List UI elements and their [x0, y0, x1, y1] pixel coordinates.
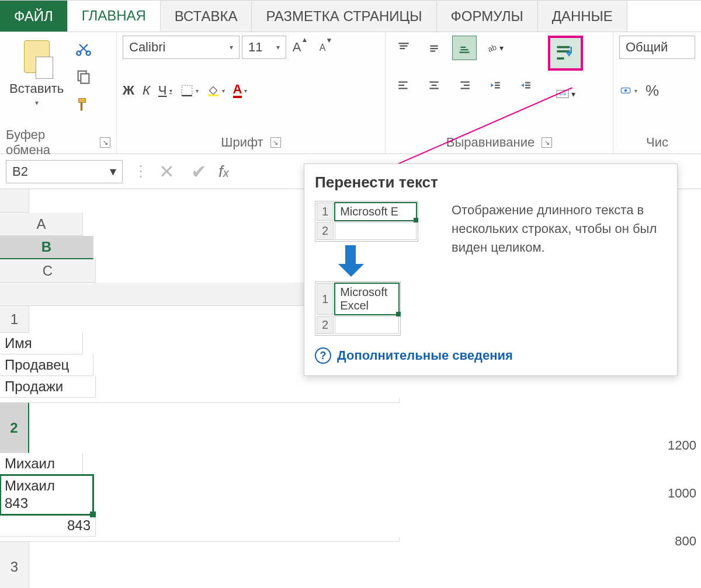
align-right-button[interactable]	[452, 73, 477, 98]
tab-home[interactable]: ГЛАВНАЯ	[68, 1, 161, 32]
borders-icon	[181, 84, 193, 97]
wrap-text-button[interactable]	[548, 36, 583, 71]
font-color-icon: А	[233, 83, 242, 98]
col-header-B[interactable]: B	[0, 236, 93, 259]
chevron-down-icon: ▾	[196, 88, 199, 94]
row-header-3[interactable]: 3	[0, 542, 29, 588]
col-header-C[interactable]: C	[0, 259, 96, 283]
number-format-value: Общий	[626, 40, 668, 55]
bold-button[interactable]: Ж	[123, 79, 134, 102]
copy-icon	[75, 68, 92, 85]
underline-button[interactable]: Ч▾	[158, 79, 172, 102]
cell[interactable]	[0, 398, 400, 403]
cell[interactable]: Продавец	[0, 354, 93, 376]
svg-rect-9	[400, 48, 405, 49]
group-number: Общий ▾ % Чис	[613, 32, 701, 154]
orientation-button[interactable]: ab▾	[483, 36, 507, 60]
align-middle-button[interactable]	[422, 36, 446, 60]
tab-insert[interactable]: ВСТАВКА	[161, 1, 252, 32]
tab-file[interactable]: ФАЙЛ	[0, 1, 68, 32]
name-box-value: B2	[12, 164, 28, 179]
cancel-formula-button[interactable]: ✕	[159, 161, 175, 183]
clipboard-dialog-launcher[interactable]: ↘	[100, 137, 110, 148]
percent-format-button[interactable]: %	[646, 79, 659, 102]
italic-button[interactable]: К	[143, 79, 150, 102]
format-painter-button[interactable]	[73, 94, 94, 115]
svg-rect-28	[495, 87, 500, 88]
tooltip-title: Перенести текст	[315, 173, 667, 192]
svg-rect-20	[429, 81, 438, 82]
copy-button[interactable]	[73, 66, 94, 87]
svg-rect-34	[557, 57, 564, 60]
group-font-label: Шрифт	[221, 135, 263, 150]
align-center-button[interactable]	[422, 73, 446, 98]
svg-rect-18	[398, 85, 404, 86]
tab-data[interactable]: ДАННЫЕ	[538, 1, 627, 32]
tab-page-layout[interactable]: РАЗМЕТКА СТРАНИЦЫ	[252, 1, 436, 32]
font-dialog-launcher[interactable]: ↘	[270, 137, 281, 148]
paste-button-label: Вставить	[9, 81, 64, 96]
svg-rect-27	[495, 85, 500, 86]
borders-button[interactable]: ▾	[181, 79, 199, 102]
col-header-A[interactable]: A	[0, 213, 83, 236]
increase-font-icon: A▲	[293, 40, 308, 55]
accounting-format-button[interactable]: ▾	[619, 79, 637, 102]
fill-handle[interactable]	[90, 512, 96, 517]
paste-button[interactable]: Вставить ▾	[6, 36, 67, 133]
chevron-down-icon: ▾	[499, 43, 504, 53]
alignment-dialog-launcher[interactable]: ↘	[542, 137, 552, 148]
decrease-font-size-button[interactable]: A▼	[314, 36, 338, 59]
tooltip-illustration: 1Microsoft E2 1Microsoft Excel2	[315, 201, 438, 336]
align-left-button[interactable]	[391, 73, 416, 98]
chevron-down-icon: ▾	[110, 164, 116, 179]
fill-color-button[interactable]: ▾	[207, 79, 225, 102]
cell[interactable]	[0, 537, 400, 542]
svg-rect-13	[460, 47, 466, 48]
chevron-down-icon: ▾	[571, 89, 575, 99]
name-box[interactable]: B2 ▾	[6, 160, 123, 183]
cell[interactable]: Михаил	[0, 453, 83, 475]
cell[interactable]: Имя	[0, 333, 83, 354]
row-header-1[interactable]: 1	[0, 306, 29, 333]
paintbrush-icon	[75, 96, 92, 113]
tooltip-more-info-label: Дополнительные сведения	[337, 348, 513, 363]
font-size-combo[interactable]: 11 ▾	[242, 36, 286, 59]
chevron-down-icon: ▾	[244, 88, 247, 94]
tooltip-more-info-link[interactable]: ? Дополнительные сведения	[315, 347, 667, 364]
svg-rect-32	[557, 46, 570, 48]
merge-cells-button[interactable]: ▾	[548, 82, 583, 106]
svg-rect-29	[525, 82, 530, 83]
tab-formulas[interactable]: ФОРМУЛЫ	[437, 1, 538, 32]
axis-tick: 1000	[668, 486, 696, 501]
svg-rect-17	[398, 81, 407, 82]
enter-formula-button[interactable]: ✔	[191, 161, 207, 183]
ribbon-tabs: ФАЙЛ ГЛАВНАЯ ВСТАВКА РАЗМЕТКА СТРАНИЦЫ Ф…	[0, 0, 701, 32]
chevron-down-icon: ▾	[35, 99, 39, 107]
fx-icon[interactable]: fx	[218, 162, 229, 181]
number-format-combo[interactable]: Общий	[619, 36, 695, 59]
font-name-combo[interactable]: Calibri ▾	[123, 36, 240, 59]
paste-icon	[20, 37, 53, 79]
increase-indent-button[interactable]	[513, 73, 537, 98]
font-color-button[interactable]: А ▾	[233, 79, 248, 102]
wrap-text-tooltip: Перенести текст 1Microsoft E2 1Microsoft…	[304, 163, 678, 376]
row-header-2[interactable]: 2	[0, 403, 29, 453]
select-all-corner[interactable]	[0, 189, 29, 213]
svg-rect-8	[400, 46, 407, 47]
increase-indent-icon	[519, 79, 532, 92]
svg-rect-26	[495, 82, 500, 83]
merge-icon	[556, 88, 569, 100]
align-left-icon	[397, 79, 410, 92]
cell[interactable]: Продажи	[0, 376, 96, 398]
increase-font-size-button[interactable]: A▲	[289, 36, 312, 59]
svg-rect-23	[460, 81, 469, 82]
svg-rect-30	[525, 85, 530, 86]
align-bottom-button[interactable]	[452, 36, 477, 60]
decrease-font-icon: A▼	[320, 41, 333, 53]
cell-selected[interactable]: Михаил 843	[0, 475, 93, 515]
cell[interactable]: 843	[0, 515, 96, 537]
align-top-button[interactable]	[391, 36, 416, 60]
cut-button[interactable]	[73, 38, 94, 59]
align-top-icon	[397, 41, 410, 54]
decrease-indent-button[interactable]	[483, 73, 507, 98]
